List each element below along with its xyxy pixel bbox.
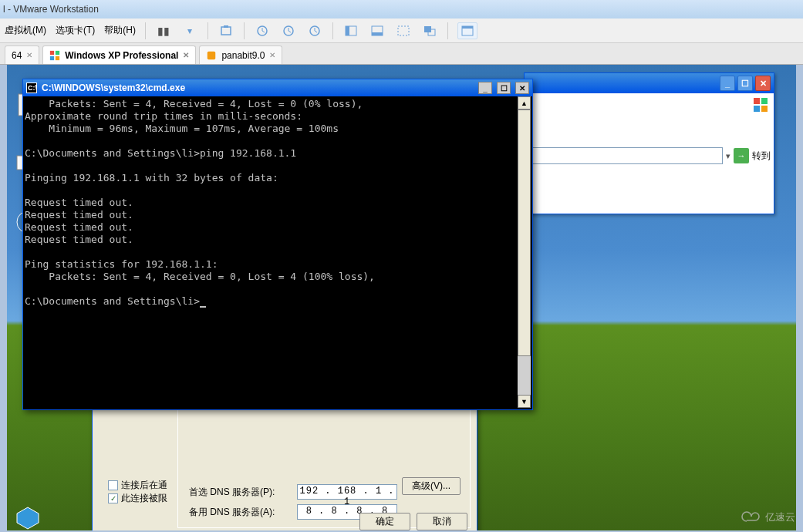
dropdown-icon[interactable]: ▾ <box>181 22 198 39</box>
close-icon[interactable]: ✕ <box>183 51 189 59</box>
windows-icon <box>49 50 60 61</box>
menu-help[interactable]: 帮助(H) <box>104 24 136 37</box>
app-titlebar: l - VMware Workstation <box>0 0 803 19</box>
svg-rect-18 <box>207 51 216 59</box>
tab-right[interactable]: panabit9.0 ✕ <box>199 45 282 64</box>
menubar: 虚拟机(M) 选项卡(T) 帮助(H) ▮▮ ▾ <box>0 19 803 43</box>
svg-rect-6 <box>346 26 349 35</box>
close-icon[interactable]: ✕ <box>26 51 32 59</box>
svg-rect-27 <box>761 106 768 112</box>
close-icon[interactable]: ✕ <box>269 51 275 59</box>
tcpip-dialog[interactable]: 连接后在通 ✓ 此连接被限 首选 DNS 服务器(P): 192 . 168 .… <box>92 404 477 530</box>
scroll-down-icon[interactable]: ▼ <box>518 395 531 408</box>
close-icon[interactable]: ✕ <box>515 82 529 94</box>
ok-button[interactable]: 确定 <box>359 513 410 530</box>
vm-icon <box>206 50 217 61</box>
svg-rect-17 <box>56 56 59 59</box>
tabbar: 64 ✕ Windows XP Professional ✕ panabit9.… <box>0 43 803 65</box>
svg-rect-0 <box>221 27 231 35</box>
view-icon-3[interactable] <box>395 22 412 39</box>
clock-icon-1[interactable] <box>254 22 271 39</box>
clock-icon-2[interactable] <box>280 22 297 39</box>
tab-active[interactable]: Windows XP Professional ✕ <box>42 45 196 64</box>
snapshot-icon[interactable] <box>218 22 234 39</box>
view-icon-1[interactable] <box>342 22 359 39</box>
view-icon-4[interactable] <box>421 22 438 39</box>
vm-display[interactable]: 我 我 网 _ ☐ ✕ ▾ → 转到 连接后在通 ✓ <box>7 65 796 530</box>
advanced-button[interactable]: 高级(V)... <box>402 477 461 495</box>
desktop-icon-app[interactable] <box>12 504 44 530</box>
checkbox-icon[interactable]: ✓ <box>108 493 118 503</box>
close-icon[interactable]: ✕ <box>755 76 771 91</box>
checkbox-row-2[interactable]: ✓ 此连接被限 <box>108 492 167 505</box>
watermark: 亿速云 <box>741 510 795 524</box>
svg-rect-25 <box>761 98 768 104</box>
cancel-button[interactable]: 取消 <box>417 513 467 530</box>
cmd-title: C:\WINDOWS\system32\cmd.exe <box>42 82 185 93</box>
windows-flag-icon <box>752 96 771 115</box>
svg-rect-9 <box>398 26 409 35</box>
cmd-output[interactable]: Packets: Sent = 4, Received = 4, Lost = … <box>25 96 531 408</box>
maximize-icon[interactable]: ☐ <box>497 82 511 94</box>
svg-rect-16 <box>50 56 54 59</box>
scroll-thumb[interactable] <box>518 109 531 356</box>
cmd-titlebar[interactable]: C:\ C:\WINDOWS\system32\cmd.exe _ ☐ ✕ <box>23 79 532 96</box>
scrollbar[interactable]: ▲ ▼ <box>518 96 531 408</box>
cmd-icon: C:\ <box>26 82 37 93</box>
svg-rect-13 <box>462 26 473 29</box>
browser-titlebar[interactable]: _ ☐ ✕ <box>525 73 774 93</box>
menu-vm[interactable]: 虚拟机(M) <box>5 24 46 37</box>
svg-rect-24 <box>754 98 760 104</box>
app-title: l - VMware Workstation <box>3 4 99 15</box>
go-button-label[interactable]: 转到 <box>752 150 771 163</box>
primary-dns-input[interactable]: 192 . 168 . 1 . 1 <box>297 484 397 500</box>
svg-rect-14 <box>50 50 54 54</box>
minimize-icon[interactable]: _ <box>478 82 492 94</box>
svg-rect-15 <box>56 50 59 54</box>
view-icon-2[interactable] <box>369 22 386 39</box>
fullscreen-icon[interactable] <box>457 22 477 39</box>
address-input[interactable] <box>525 147 723 164</box>
svg-rect-1 <box>224 25 228 28</box>
scroll-up-icon[interactable]: ▲ <box>518 96 531 109</box>
alt-dns-label: 备用 DNS 服务器(A): <box>189 506 289 519</box>
checkbox-icon[interactable] <box>108 480 118 490</box>
clock-icon-3[interactable] <box>306 22 323 39</box>
address-bar-row: ▾ → 转到 <box>525 147 771 164</box>
cmd-window[interactable]: C:\ C:\WINDOWS\system32\cmd.exe _ ☐ ✕ Pa… <box>22 79 533 410</box>
menu-tabs[interactable]: 选项卡(T) <box>56 24 95 37</box>
svg-rect-26 <box>754 106 760 112</box>
browser-window[interactable]: _ ☐ ✕ ▾ → 转到 <box>524 72 774 214</box>
svg-marker-23 <box>17 507 39 529</box>
checkbox-row-1[interactable]: 连接后在通 <box>108 479 167 492</box>
minimize-icon[interactable]: _ <box>720 76 735 91</box>
pause-icon[interactable]: ▮▮ <box>155 22 172 39</box>
go-button-icon[interactable]: → <box>734 148 749 163</box>
svg-rect-8 <box>372 32 383 35</box>
primary-dns-label: 首选 DNS 服务器(P): <box>189 486 289 499</box>
tcpip-inner-panel: 首选 DNS 服务器(P): 192 . 168 . 1 . 1 备用 DNS … <box>177 405 471 528</box>
maximize-icon[interactable]: ☐ <box>737 76 753 91</box>
tab-left[interactable]: 64 ✕ <box>5 45 39 64</box>
